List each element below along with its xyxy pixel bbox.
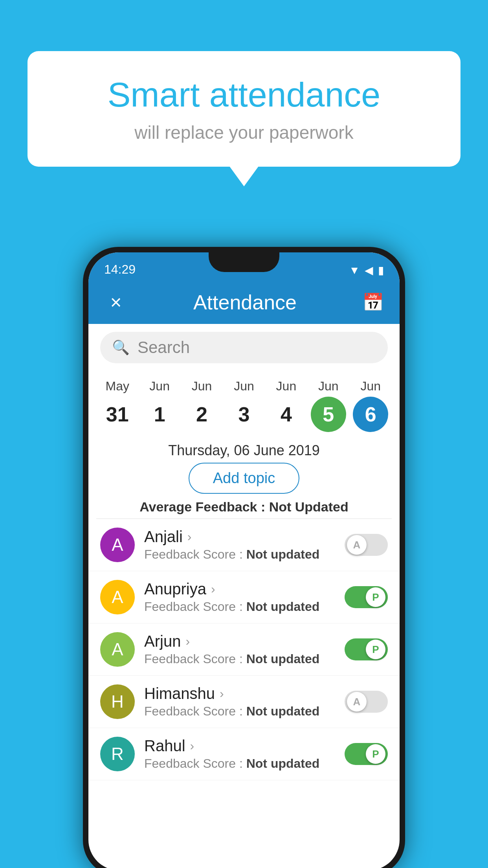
feedback-score: Feedback Score : Not updated: [144, 704, 335, 719]
avatar: H: [100, 684, 135, 719]
chevron-right-icon: ›: [187, 530, 192, 544]
avg-feedback-label: Average Feedback :: [139, 499, 269, 514]
phone-notch: [209, 252, 279, 272]
search-bar[interactable]: 🔍 Search: [100, 332, 388, 363]
chevron-right-icon: ›: [220, 686, 224, 701]
attendance-toggle[interactable]: P: [345, 638, 388, 660]
student-info: Arjun ›Feedback Score : Not updated: [144, 633, 335, 666]
student-info: Himanshu ›Feedback Score : Not updated: [144, 685, 335, 719]
toggle-knob: P: [366, 587, 385, 607]
student-row: AAnupriya ›Feedback Score : Not updatedP: [88, 571, 400, 623]
wifi-icon: ▼: [349, 264, 360, 277]
toggle-knob: P: [366, 744, 385, 764]
speech-bubble-subtitle: will replace your paperwork: [59, 122, 429, 143]
date-item[interactable]: Jun1: [142, 379, 177, 432]
phone-frame: 14:29 ▼ ◀ ▮ × Attendance 📅 🔍 Search May3…: [83, 247, 405, 868]
student-row: AArjun ›Feedback Score : Not updatedP: [88, 623, 400, 676]
avg-feedback: Average Feedback : Not Updated: [88, 499, 400, 515]
date-number: 3: [226, 397, 262, 432]
date-item[interactable]: Jun2: [184, 379, 220, 432]
search-icon: 🔍: [112, 339, 130, 356]
student-info: Rahul ›Feedback Score : Not updated: [144, 737, 335, 771]
feedback-score: Feedback Score : Not updated: [144, 652, 335, 666]
student-name[interactable]: Himanshu ›: [144, 685, 335, 702]
student-info: Anjali ›Feedback Score : Not updated: [144, 528, 335, 562]
attendance-toggle[interactable]: A: [345, 691, 388, 713]
date-item[interactable]: May31: [100, 379, 135, 432]
feedback-score: Feedback Score : Not updated: [144, 756, 335, 771]
chevron-right-icon: ›: [190, 739, 194, 753]
date-month: Jun: [276, 379, 297, 394]
date-number: 2: [184, 397, 220, 432]
date-month: Jun: [360, 379, 381, 394]
feedback-score: Feedback Score : Not updated: [144, 547, 335, 562]
student-row: HHimanshu ›Feedback Score : Not updatedA: [88, 676, 400, 728]
date-item[interactable]: Jun5: [311, 379, 346, 432]
avatar: A: [100, 528, 135, 562]
date-month: Jun: [192, 379, 212, 394]
date-number: 6: [353, 397, 388, 432]
date-item[interactable]: Jun3: [226, 379, 262, 432]
date-strip: May31Jun1Jun2Jun3Jun4Jun5Jun6: [88, 371, 400, 436]
student-name[interactable]: Anjali ›: [144, 528, 335, 546]
avatar: A: [100, 580, 135, 614]
student-name[interactable]: Arjun ›: [144, 633, 335, 650]
attendance-toggle[interactable]: P: [345, 586, 388, 608]
attendance-toggle[interactable]: P: [345, 743, 388, 765]
header-title: Attendance: [193, 291, 297, 314]
student-row: RRahul ›Feedback Score : Not updatedP: [88, 728, 400, 780]
status-icons: ▼ ◀ ▮: [349, 264, 384, 277]
close-button[interactable]: ×: [104, 291, 128, 314]
attendance-toggle[interactable]: A: [345, 534, 388, 556]
chevron-right-icon: ›: [211, 582, 215, 596]
date-item[interactable]: Jun6: [353, 379, 388, 432]
avg-feedback-value: Not Updated: [269, 499, 349, 514]
speech-bubble: Smart attendance will replace your paper…: [28, 51, 460, 167]
toggle-knob: P: [366, 640, 385, 659]
date-number: 5: [311, 397, 346, 432]
student-info: Anupriya ›Feedback Score : Not updated: [144, 580, 335, 614]
date-number: 1: [142, 397, 177, 432]
date-item[interactable]: Jun4: [268, 379, 304, 432]
avatar: A: [100, 632, 135, 667]
calendar-icon[interactable]: 📅: [362, 292, 384, 313]
student-row: AAnjali ›Feedback Score : Not updatedA: [88, 519, 400, 571]
student-list: AAnjali ›Feedback Score : Not updatedAAA…: [88, 519, 400, 780]
speech-bubble-title: Smart attendance: [59, 75, 429, 115]
feedback-score: Feedback Score : Not updated: [144, 600, 335, 614]
toggle-knob: A: [347, 535, 367, 555]
student-name[interactable]: Rahul ›: [144, 737, 335, 755]
date-month: May: [105, 379, 129, 394]
date-number: 4: [268, 397, 304, 432]
add-topic-button[interactable]: Add topic: [189, 463, 299, 494]
signal-icon: ◀: [365, 264, 373, 277]
app-header: × Attendance 📅: [88, 281, 400, 324]
selected-date: Thursday, 06 June 2019: [88, 442, 400, 459]
phone-screen: 14:29 ▼ ◀ ▮ × Attendance 📅 🔍 Search May3…: [88, 252, 400, 868]
status-time: 14:29: [104, 262, 136, 277]
chevron-right-icon: ›: [185, 634, 190, 649]
date-number: 31: [100, 397, 135, 432]
student-name[interactable]: Anupriya ›: [144, 580, 335, 598]
avatar: R: [100, 737, 135, 771]
date-month: Jun: [318, 379, 339, 394]
date-month: Jun: [149, 379, 170, 394]
battery-icon: ▮: [378, 264, 384, 277]
date-month: Jun: [234, 379, 254, 394]
search-placeholder: Search: [138, 338, 190, 357]
toggle-knob: A: [347, 692, 367, 712]
